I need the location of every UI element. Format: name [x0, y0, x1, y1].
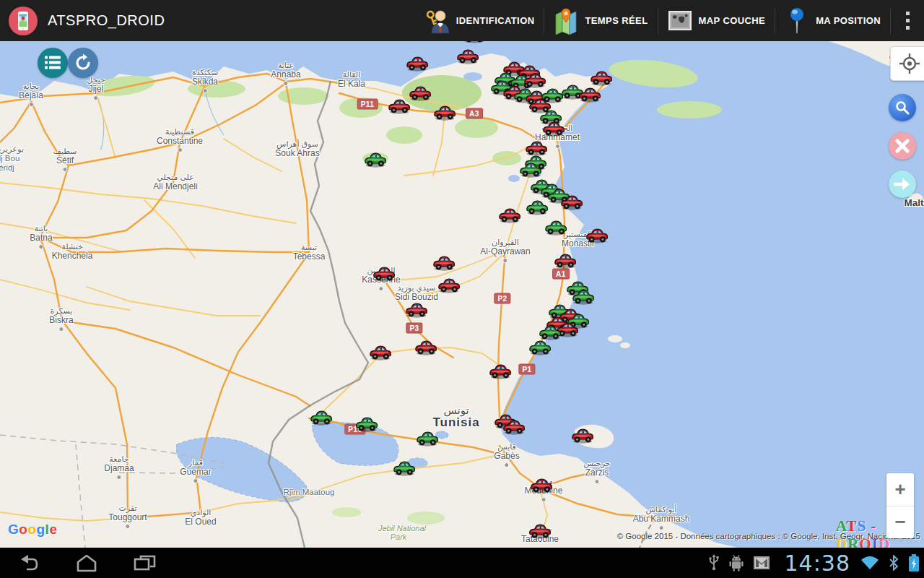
refresh-icon — [74, 53, 92, 72]
vehicle-marker-red[interactable] — [572, 429, 593, 443]
overflow-dot — [906, 26, 910, 30]
vehicle-marker-red[interactable] — [580, 88, 601, 102]
action-bar: ATSPRO_DROID IDENTIFICATION — [0, 0, 924, 41]
vehicle-marker-green[interactable] — [417, 432, 438, 446]
watermark-letter: - — [866, 517, 876, 535]
overflow-menu-button[interactable] — [891, 0, 924, 41]
vehicle-marker-red[interactable] — [500, 209, 520, 223]
google-logo-letter: e — [49, 522, 57, 537]
refresh-button[interactable] — [68, 48, 98, 78]
app-title: ATSPRO_DROID — [48, 12, 165, 29]
watermark-letter: T — [847, 517, 858, 535]
close-icon — [894, 138, 910, 154]
vehicle-list-button[interactable] — [38, 48, 68, 78]
bluetooth-status-icon — [888, 555, 899, 571]
vehicle-marker-green[interactable] — [527, 201, 548, 215]
vehicle-marker-red[interactable] — [490, 365, 511, 379]
compass-icon — [899, 53, 920, 74]
google-logo: Google — [8, 522, 57, 538]
status-clock: 14:38 — [785, 551, 850, 576]
vehicle-marker-red[interactable] — [370, 346, 391, 360]
vehicle-marker-red[interactable] — [389, 100, 410, 113]
wifi-status-icon — [860, 555, 879, 571]
position-pin-icon — [785, 7, 809, 35]
vehicle-marker-green[interactable] — [394, 462, 415, 475]
map-layer-icon — [668, 7, 692, 35]
identification-icon — [425, 7, 450, 35]
vehicle-marker-red[interactable] — [406, 303, 427, 317]
action-temps-reel[interactable]: TEMPS RÉEL — [544, 0, 657, 41]
vehicle-marker-red[interactable] — [591, 72, 612, 85]
my-location-button[interactable] — [890, 46, 924, 81]
search-button[interactable] — [889, 94, 916, 121]
search-icon — [894, 99, 911, 116]
vehicle-marker-red[interactable] — [587, 229, 608, 243]
home-button[interactable] — [58, 548, 116, 578]
system-navigation-bar: 14:38 — [0, 548, 924, 578]
temps-reel-label: TEMPS RÉEL — [585, 15, 648, 26]
recents-button[interactable] — [116, 548, 173, 578]
home-icon — [75, 553, 98, 572]
battery-status-icon — [908, 553, 920, 572]
screen: بجايةBéjaïaجيجلJijelسكيكدةSkikdaعنابةAnn… — [0, 0, 924, 578]
google-logo-letter: o — [27, 522, 36, 537]
next-arrow-button[interactable] — [889, 171, 916, 198]
vehicle-marker-red[interactable] — [374, 267, 395, 281]
vehicle-marker-red[interactable] — [416, 341, 437, 355]
zoom-in-button[interactable]: + — [886, 473, 914, 506]
usb-status-icon — [708, 554, 720, 571]
vehicle-marker-red[interactable] — [439, 279, 460, 293]
vehicle-marker-red[interactable] — [407, 57, 428, 71]
back-button[interactable] — [0, 548, 58, 578]
identification-label: IDENTIFICATION — [456, 15, 535, 26]
overflow-dot — [906, 19, 910, 22]
vehicle-marker-red[interactable] — [530, 525, 551, 538]
overflow-dot — [906, 12, 910, 15]
usb-debugging-icon — [728, 554, 744, 571]
vehicle-marker-green[interactable] — [357, 418, 378, 431]
gmail-notification-icon — [753, 556, 770, 570]
vehicle-marker-red[interactable] — [410, 87, 431, 100]
action-map-couche[interactable]: MAP COUCHE — [658, 0, 775, 41]
action-ma-position[interactable]: MA POSITION — [775, 0, 890, 41]
watermark-letter: A — [836, 517, 847, 535]
ma-position-label: MA POSITION — [816, 15, 881, 26]
back-icon — [17, 553, 40, 572]
arrow-right-icon — [894, 176, 911, 193]
list-icon — [44, 55, 61, 71]
realtime-map-icon — [554, 7, 578, 35]
vehicle-marker-red[interactable] — [434, 256, 455, 270]
vehicle-marker-red[interactable] — [458, 50, 479, 64]
close-button[interactable] — [889, 132, 916, 160]
watermark-letter: S — [858, 517, 867, 535]
vehicle-markers-layer — [0, 0, 924, 578]
action-identification[interactable]: IDENTIFICATION — [416, 0, 544, 41]
vehicle-marker-green[interactable] — [365, 153, 386, 167]
vehicle-marker-green[interactable] — [546, 221, 567, 235]
google-logo-letter: g — [37, 522, 45, 537]
vehicle-marker-red[interactable] — [555, 254, 576, 268]
recents-icon — [132, 553, 157, 572]
map-couche-label: MAP COUCHE — [699, 15, 766, 26]
vehicle-marker-green[interactable] — [311, 411, 332, 425]
google-logo-letter: G — [8, 522, 19, 537]
vehicle-marker-green[interactable] — [530, 341, 551, 355]
vehicle-marker-red[interactable] — [435, 106, 456, 120]
vehicle-marker-red[interactable] — [531, 479, 552, 493]
app-icon[interactable] — [9, 7, 38, 35]
vehicle-marker-red[interactable] — [526, 142, 547, 155]
google-logo-letter: o — [19, 522, 27, 537]
